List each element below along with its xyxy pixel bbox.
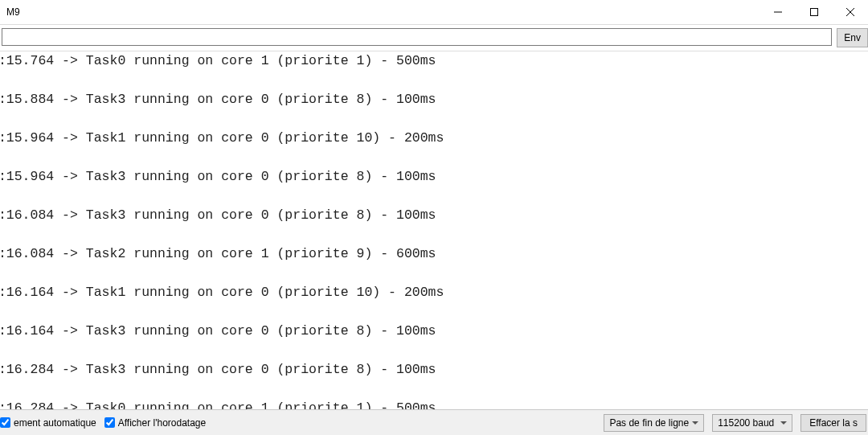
line-ending-value: Pas de fin de ligne bbox=[609, 417, 689, 429]
command-row: Env bbox=[0, 24, 868, 51]
window-title: M9 bbox=[6, 6, 20, 18]
log-line: 9:15.964 -> Task3 running on core 0 (pri… bbox=[0, 167, 863, 187]
baud-select[interactable]: 115200 baud bbox=[712, 414, 792, 432]
baud-value: 115200 baud bbox=[718, 417, 774, 429]
log-line: 9:16.284 -> Task3 running on core 0 (pri… bbox=[0, 360, 863, 380]
command-input[interactable] bbox=[2, 28, 832, 46]
autoscroll-input[interactable] bbox=[0, 417, 10, 428]
serial-output[interactable]: 9:15.764 -> Task0 running on core 1 (pri… bbox=[0, 51, 868, 409]
log-line: 9:16.164 -> Task3 running on core 0 (pri… bbox=[0, 322, 863, 341]
window-controls bbox=[760, 0, 868, 24]
clear-button[interactable]: Effacer la s bbox=[800, 414, 866, 432]
send-button[interactable]: Env bbox=[837, 28, 868, 47]
close-button[interactable] bbox=[832, 0, 868, 24]
status-bar: ement automatique Afficher l'horodatage … bbox=[0, 409, 868, 435]
log-line: 9:15.964 -> Task1 running on core 0 (pri… bbox=[0, 129, 863, 148]
log-line: 9:16.164 -> Task1 running on core 0 (pri… bbox=[0, 283, 863, 302]
autoscroll-label: ement automatique bbox=[14, 417, 96, 429]
log-line: 9:16.084 -> Task2 running on core 1 (pri… bbox=[0, 244, 863, 264]
timestamp-label: Afficher l'horodatage bbox=[118, 417, 206, 429]
maximize-button[interactable] bbox=[796, 0, 832, 24]
log-line: 9:15.884 -> Task3 running on core 0 (pri… bbox=[0, 90, 863, 109]
minimize-button[interactable] bbox=[760, 0, 796, 24]
line-ending-select[interactable]: Pas de fin de ligne bbox=[604, 414, 704, 432]
log-line: 9:16.084 -> Task3 running on core 0 (pri… bbox=[0, 206, 863, 225]
log-line: 9:15.764 -> Task0 running on core 1 (pri… bbox=[0, 51, 863, 71]
timestamp-checkbox[interactable]: Afficher l'horodatage bbox=[104, 417, 206, 429]
autoscroll-checkbox[interactable]: ement automatique bbox=[0, 417, 96, 429]
minimize-icon bbox=[774, 8, 782, 16]
svg-rect-1 bbox=[810, 9, 817, 16]
close-icon bbox=[846, 8, 854, 16]
window-titlebar: M9 bbox=[0, 0, 868, 24]
maximize-icon bbox=[810, 8, 818, 16]
log-line: 9:16.284 -> Task0 running on core 1 (pri… bbox=[0, 399, 863, 409]
timestamp-input[interactable] bbox=[104, 417, 115, 428]
